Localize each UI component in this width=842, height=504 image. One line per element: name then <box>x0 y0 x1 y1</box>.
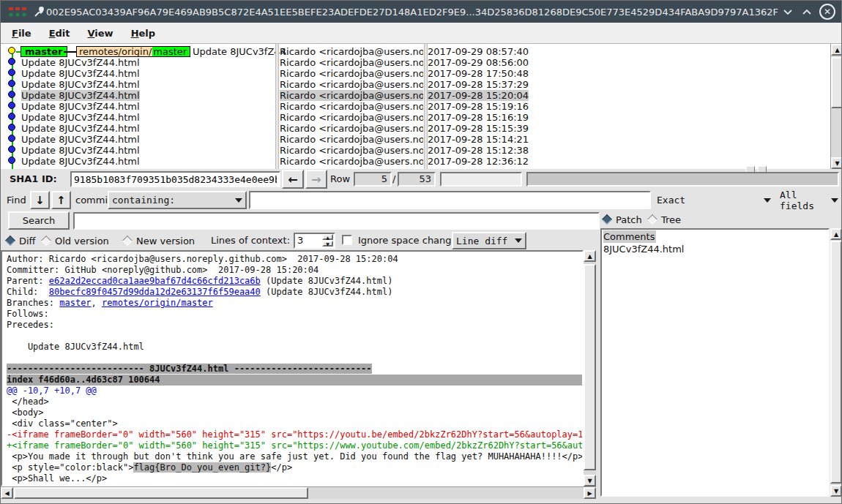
date-text: 2017-09-28 15:15:39 <box>428 123 529 134</box>
radio-diamond-icon <box>5 236 15 246</box>
radio-patch[interactable]: Patch <box>603 211 642 228</box>
sha1-input[interactable] <box>70 171 280 187</box>
scroll-left-icon[interactable]: ◀ <box>1 487 13 499</box>
commit-row[interactable]: Update 8JUCv3fZ44.htmlRicardo <ricardojb… <box>1 68 830 79</box>
radio-new-version[interactable]: New version <box>124 231 195 250</box>
diff-line-ctx: <p>You made it through but don't think y… <box>7 451 582 462</box>
commit-list-scrollbar[interactable]: ▲ ▼ <box>830 44 842 169</box>
spin-down-icon[interactable]: ▼ <box>322 241 333 247</box>
column-sash-author[interactable] <box>275 44 279 169</box>
commit-row[interactable]: Update 8JUCv3fZ44.htmlRicardo <ricardojb… <box>1 90 830 101</box>
search-button[interactable]: Search <box>8 211 70 230</box>
menu-edit[interactable]: Edit <box>49 28 70 39</box>
menu-help[interactable]: Help <box>131 28 155 39</box>
commit-row[interactable]: masterremotes/origin/masterUpdate 8JUCv3… <box>1 46 830 57</box>
commit-date: 2017-09-28 15:14:21 <box>428 134 529 145</box>
diff-mode-dropdown[interactable]: Line diff <box>452 232 526 249</box>
commit-row[interactable]: Update 8JUCv3fZ44.htmlRicardo <ricardojb… <box>1 134 830 145</box>
row-label: Row <box>330 173 350 184</box>
shade-button[interactable] <box>778 2 797 21</box>
ref-label-master[interactable]: master <box>21 46 67 57</box>
ignore-space-checkbox[interactable] <box>342 235 352 245</box>
sha-link[interactable]: remotes/origin/master <box>102 298 213 308</box>
find-prev-button[interactable]: ↑ <box>51 191 71 209</box>
file-list-scrollbar[interactable]: ▲ ▼ <box>830 228 842 497</box>
diff-line-add: +<iframe frameBorder="0" width="560" hei… <box>7 440 582 451</box>
forward-button[interactable]: → <box>305 170 327 189</box>
scroll-down-icon[interactable]: ▼ <box>830 485 842 497</box>
spin-up-icon[interactable]: ▲ <box>322 234 333 240</box>
menu-file[interactable]: File <box>12 28 31 39</box>
sha-link[interactable]: e62a2d2eccad0ca1aae9baf67d4c66cfd213ca6b <box>49 276 261 286</box>
file-list-item[interactable]: 8JUCv3fZ44.html <box>603 243 827 255</box>
scroll-right-icon[interactable]: ▶ <box>584 487 596 499</box>
row-current-field: 5 <box>354 172 392 187</box>
commit-scroll-thumb[interactable] <box>831 57 842 108</box>
find-exact-dropdown[interactable]: Exact <box>652 191 775 209</box>
dropdown-arrow-icon <box>235 198 242 203</box>
sha1-bar: SHA1 ID: ← → Row 5 / 53 <box>1 169 842 189</box>
commit-subject: Update 8JUCv3fZ44.html <box>21 112 140 123</box>
find-fields-dropdown[interactable]: All fields <box>777 191 841 209</box>
commit-row[interactable]: Update 8JUCv3fZ44.htmlRicardo <ricardojb… <box>1 79 830 90</box>
maximize-button[interactable] <box>797 2 816 21</box>
radio-old-version[interactable]: Old version <box>42 231 109 250</box>
diff-hscrollbar[interactable]: ◀ ▶ <box>1 486 596 499</box>
comment-text: , <box>92 298 102 308</box>
comment-text <box>7 331 12 341</box>
find-next-button[interactable]: ↓ <box>30 191 50 209</box>
menu-view[interactable]: View <box>88 28 113 39</box>
date-text: 2017-09-28 15:19:16 <box>428 101 529 112</box>
dropdown-arrow-icon <box>764 198 771 203</box>
diff-view[interactable]: Author: Ricardo <ricardojba@users.norepl… <box>1 250 584 486</box>
date-text: 2017-09-29 08:56:00 <box>428 57 529 68</box>
scroll-up-icon[interactable]: ▲ <box>830 228 842 240</box>
commit-row[interactable]: Update 8JUCv3fZ44.htmlRicardo <ricardojb… <box>1 57 830 68</box>
gitk-window: 002E95AC03439AF96A79E469AB9B5C872E4A51EE… <box>0 0 842 504</box>
column-sash-date[interactable] <box>424 44 428 169</box>
commit-row[interactable]: Update 8JUCv3fZ44.htmlRicardo <ricardojb… <box>1 145 830 156</box>
context-spinbox[interactable]: 3 ▲ ▼ <box>294 233 335 249</box>
file-list: Comments8JUCv3fZ44.html <box>600 228 830 497</box>
commit-row[interactable]: Update 8JUCv3fZ44.htmlRicardo <ricardojb… <box>1 112 830 123</box>
ref-label-remote[interactable]: remotes/origin/master <box>76 46 190 57</box>
diff-vscrollbar[interactable]: ▲ ▼ <box>584 250 596 486</box>
search-input[interactable] <box>73 212 600 230</box>
commit-row[interactable]: Update 8JUCv3fZ44.htmlRicardo <ricardojb… <box>1 156 830 167</box>
commit-row[interactable]: Update 8JUCv3fZ44.htmlRicardo <ricardojb… <box>1 101 830 112</box>
commit-subject: Update 8JUCv3fZ44.html <box>21 156 140 167</box>
diff-scroll-thumb[interactable] <box>584 264 596 470</box>
commit-subject: Update 8JUCv3fZ44.html <box>21 145 140 156</box>
close-button[interactable]: ✕ <box>819 4 835 20</box>
scroll-down-icon[interactable]: ▼ <box>584 475 596 486</box>
author-text: Ricardo <ricardojba@users.nor <box>280 46 423 57</box>
commit-subject: Update 8JUCv3fZ44.html <box>21 79 140 90</box>
sha-link[interactable]: master <box>59 298 91 308</box>
author-text: Ricardo <ricardojba@users.nor <box>280 79 423 90</box>
sha-link[interactable]: 80becfc89f0457d99dda12d2e63137f6f59eaa40 <box>49 287 261 297</box>
comment-line: Committer: GitHub <noreply@github.com> 2… <box>7 265 582 276</box>
find-input[interactable] <box>249 191 651 209</box>
commit-date: 2017-09-28 15:19:16 <box>428 101 529 112</box>
date-text: 2017-09-28 15:37:29 <box>428 79 529 90</box>
file-scroll-thumb[interactable] <box>830 241 842 484</box>
find-match-dropdown[interactable]: containing: <box>108 191 247 209</box>
context-value: 3 <box>297 235 303 246</box>
scroll-up-icon[interactable]: ▲ <box>584 250 596 262</box>
status-field <box>440 172 522 187</box>
comment-text: (Update 8JUCv3fZ44.html) <box>261 276 393 286</box>
author-text: Ricardo <ricardojba@users.nor <box>280 68 423 79</box>
file-list-item[interactable]: Comments <box>603 230 656 243</box>
diff-hscroll-thumb[interactable] <box>14 487 308 499</box>
commit-row[interactable]: Update 8JUCv3fZ44.htmlRicardo <ricardojb… <box>1 123 830 134</box>
commit-author: Ricardo <ricardojba@users.nor <box>280 145 423 156</box>
radio-tree[interactable]: Tree <box>649 211 681 228</box>
radio-patch-label: Patch <box>616 214 642 225</box>
scroll-up-icon[interactable]: ▲ <box>831 44 842 56</box>
find-exact-value: Exact <box>657 195 685 206</box>
pin-icon[interactable] <box>33 5 46 18</box>
sha1-label: SHA1 ID: <box>10 173 57 184</box>
back-button[interactable]: ← <box>282 170 304 189</box>
scroll-down-icon[interactable]: ▼ <box>831 157 842 169</box>
radio-diff[interactable]: Diff <box>7 231 36 250</box>
